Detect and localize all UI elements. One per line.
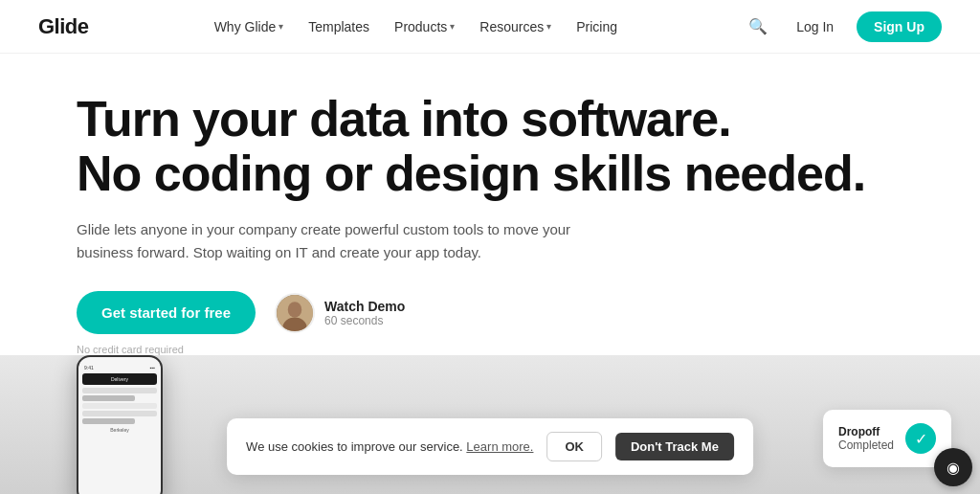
learn-more-link[interactable]: Learn more. (466, 439, 533, 454)
phone-app-header: Delivery (82, 373, 157, 385)
signup-button[interactable]: Sign Up (857, 11, 942, 42)
search-icon: 🔍 (748, 18, 768, 34)
svg-point-1 (288, 302, 301, 317)
nav-item-products[interactable]: Products ▾ (385, 13, 464, 40)
nav-item-why-glide[interactable]: Why Glide ▾ (205, 13, 294, 40)
avatar (275, 293, 315, 333)
search-button[interactable]: 🔍 (743, 11, 773, 41)
phone-status-bar: 9:41 ▪▪▪ (82, 365, 157, 370)
hero-section: Turn your data into software. No coding … (0, 54, 980, 374)
chevron-down-icon: ▾ (278, 21, 283, 32)
login-button[interactable]: Log In (783, 11, 847, 42)
nav-item-pricing[interactable]: Pricing (567, 13, 627, 40)
phone-mockup: 9:41 ▪▪▪ Delivery Berkeley (77, 355, 163, 494)
hero-title: Turn your data into software. No coding … (77, 92, 903, 201)
brand-logo[interactable]: Glide (38, 14, 89, 39)
navbar: Glide Why Glide ▾ Templates Products ▾ R… (0, 0, 980, 54)
nav-actions: 🔍 Log In Sign Up (743, 11, 942, 42)
get-started-button[interactable]: Get started for free (77, 291, 256, 334)
dont-track-button[interactable]: Don't Track Me (615, 433, 734, 460)
cookie-banner: We use cookies to improve our service. L… (227, 418, 753, 475)
phone-signal-icon: ▪▪▪ (150, 365, 155, 370)
bottom-area: 9:41 ▪▪▪ Delivery Berkeley We use cookie… (0, 355, 980, 494)
dropoff-check-icon: ✓ (905, 423, 936, 454)
hero-actions: Get started for free Watch Demo 60 secon… (77, 291, 903, 334)
hero-subtitle: Glide lets anyone in your company create… (77, 218, 593, 264)
nav-item-resources[interactable]: Resources ▾ (470, 13, 561, 40)
chat-icon: ◉ (947, 459, 960, 477)
nav-links: Why Glide ▾ Templates Products ▾ Resourc… (205, 13, 627, 40)
chevron-down-icon: ▾ (450, 21, 455, 32)
chat-button[interactable]: ◉ (934, 448, 972, 486)
watch-demo-button[interactable]: Watch Demo 60 seconds (275, 293, 405, 333)
nav-item-templates[interactable]: Templates (299, 13, 379, 40)
dropoff-card: Dropoff Completed ✓ (823, 410, 951, 467)
cookie-message: We use cookies to improve our service. L… (246, 439, 533, 454)
no-credit-card-label: No credit card required (77, 344, 903, 355)
chevron-down-icon: ▾ (546, 21, 551, 32)
phone-location-label: Berkeley (82, 427, 157, 433)
cookie-ok-button[interactable]: OK (546, 432, 602, 461)
